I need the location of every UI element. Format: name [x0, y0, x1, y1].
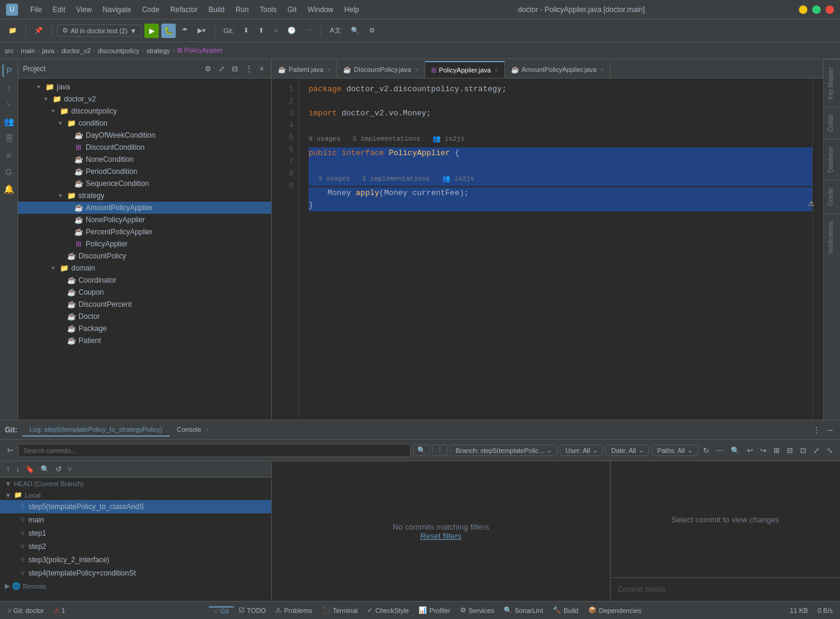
git-undo-btn[interactable]: ↩	[745, 445, 755, 456]
tree-Patient[interactable]: ☕ Patient	[18, 335, 271, 347]
tree-DiscountPercent[interactable]: ☕ DiscountPercent	[18, 298, 271, 310]
problems-tool-tab[interactable]: ⚠ Problems	[271, 606, 316, 615]
panel-collapse-btn[interactable]: ⊟	[229, 63, 240, 74]
error-status[interactable]: ⚠ 1	[51, 606, 68, 614]
tree-PeriodCondition[interactable]: ☕ PeriodCondition	[18, 165, 271, 178]
user-selector[interactable]: User: All ⌄	[560, 444, 603, 456]
git-tool-tab[interactable]: ⑂ Git	[209, 606, 234, 615]
tree-Doctor[interactable]: ☕ Doctor	[18, 310, 271, 322]
git-refresh-btn[interactable]: ↻	[701, 445, 711, 456]
git-remote-section[interactable]: ▶ 🌐 Remote	[0, 580, 271, 591]
menu-git[interactable]: Git	[283, 4, 301, 15]
git-branch-step4[interactable]: ⑂ step4(templatePolicy+conditionSt	[0, 566, 271, 580]
checkstyle-tool-tab[interactable]: ✓ CheckStyle	[362, 606, 414, 615]
git-branch-step5[interactable]: ⑂ step5(templatePolicy_to_classAndS	[0, 500, 271, 513]
git-branch-step1[interactable]: ⑂ step1	[0, 527, 271, 540]
git-push-btn[interactable]: ⬆	[255, 25, 268, 36]
git-search2-btn[interactable]: 🔍	[728, 445, 742, 456]
pull-requests-icon[interactable]: ⑂	[2, 98, 16, 111]
run-config-selector[interactable]: ⚙ All in doctor.test (2) ▼	[57, 24, 142, 37]
git-filter-btn[interactable]: ⊟	[784, 445, 795, 456]
profiler-tool-tab[interactable]: 📊 Profiler	[414, 606, 455, 615]
tree-domain[interactable]: ▼ 📁 domain	[18, 262, 271, 274]
panel-settings-btn[interactable]: ⚙	[202, 63, 214, 74]
database-icon[interactable]: 🗄	[2, 132, 16, 145]
build-tool-tab[interactable]: 🔨 Build	[548, 606, 583, 615]
git-redo-btn[interactable]: ↪	[758, 445, 769, 456]
minimize-button[interactable]	[799, 5, 807, 14]
tree-NoneCondition[interactable]: ☕ NoneCondition	[18, 153, 271, 165]
git-refresh2[interactable]: ↺	[53, 464, 64, 475]
tree-java[interactable]: ▼ 📁 java	[18, 81, 271, 93]
console-tab[interactable]: Console ×	[170, 423, 216, 437]
more-run-btn[interactable]: ▶▾	[194, 25, 210, 36]
branch-selector[interactable]: Branch: step5(templatePolic... ⌄	[450, 444, 557, 456]
breadcrumb-strategy[interactable]: strategy	[146, 47, 170, 54]
git-more-options-btn[interactable]: ⋯	[714, 445, 726, 456]
network-status[interactable]: 0 B/s	[815, 607, 835, 614]
code-content[interactable]: package doctor_v2.discountpolicy.strateg…	[299, 79, 812, 420]
tab-discountpolicy-java[interactable]: ☕ DiscountPolicy.java ×	[337, 61, 425, 78]
pin-toolbar-btn[interactable]: 📌	[31, 25, 46, 36]
bottom-more-btn[interactable]: ⋮	[810, 425, 822, 435]
bottom-minimize-btn[interactable]: ─	[825, 425, 835, 435]
close-button[interactable]	[826, 5, 834, 14]
tab-close-policyapplier[interactable]: ×	[495, 67, 498, 74]
menu-build[interactable]: Build	[204, 4, 229, 15]
date-selector[interactable]: Date: All ⌄	[606, 444, 649, 456]
breadcrumb-file[interactable]: ⊞ PolicyApplier	[177, 47, 223, 54]
code-editor[interactable]: 1 2 3 4 5 6 7 8 9 package doctor_v2.disc…	[272, 79, 823, 420]
menu-run[interactable]: Run	[231, 4, 254, 15]
project-icon[interactable]: P	[2, 64, 16, 77]
tree-NonePolicyApplier[interactable]: ☕ NonePolicyApplier	[18, 214, 271, 226]
services-tool-tab[interactable]: ⚙ Services	[455, 606, 499, 615]
tree-SequenceCondition[interactable]: ☕ SequenceCondition	[18, 178, 271, 190]
tree-DayOfWeekCondition[interactable]: ☕ DayOfWeekCondition	[18, 129, 271, 141]
breadcrumb-src[interactable]: src	[5, 47, 14, 54]
tree-Coordinator[interactable]: ☕ Coordinator	[18, 274, 271, 286]
git-local-section[interactable]: ▼ 📁 Local	[0, 489, 271, 500]
menu-refactor[interactable]: Refactor	[165, 4, 202, 15]
maximize-button[interactable]	[812, 5, 821, 14]
menu-navigate[interactable]: Navigate	[98, 4, 136, 15]
sonarlint-tool-tab[interactable]: 🔍 SonarLint	[499, 606, 548, 615]
go-to-start-btn[interactable]: ⊢	[5, 445, 16, 456]
git-more-btn[interactable]: ⋯	[302, 25, 316, 36]
structure-icon[interactable]: ≡	[2, 149, 16, 162]
git-bookmark[interactable]: 🔖	[23, 464, 37, 475]
menu-code[interactable]: Code	[137, 4, 164, 15]
commit-icon[interactable]: ↑	[2, 81, 16, 94]
dependencies-tool-tab[interactable]: 📦 Dependencies	[583, 606, 646, 615]
git-expand-btn[interactable]: ⤢	[811, 445, 822, 456]
paths-selector[interactable]: Paths: All ⌄	[652, 444, 698, 456]
tree-strategy[interactable]: ▼ 📁 strategy	[18, 190, 271, 202]
panel-more-btn[interactable]: ⋮	[243, 63, 255, 74]
tab-patient-java[interactable]: ☕ Patient.java ×	[272, 61, 337, 78]
debug-button[interactable]: 🐛	[161, 24, 176, 38]
menu-tools[interactable]: Tools	[255, 4, 281, 15]
menu-file[interactable]: File	[25, 4, 46, 15]
git-search3[interactable]: 🔍	[38, 464, 52, 475]
git-log-tab[interactable]: Log: step5(templatePolicy_to_strategyPol…	[22, 423, 170, 437]
breadcrumb-discountpolicy[interactable]: discountpolicy	[98, 47, 139, 54]
console-tab-close[interactable]: ×	[205, 426, 209, 433]
tab-close-amountpolicy[interactable]: ×	[600, 66, 604, 73]
project-toolbar-btn[interactable]: 📁	[5, 25, 21, 36]
tab-policyapplier-java[interactable]: ⊞ PolicyApplier.java ×	[425, 61, 505, 78]
git-layout-btn[interactable]: ⊞	[771, 445, 782, 456]
todo-tool-tab[interactable]: ☑ TODO	[234, 606, 271, 615]
tree-condition[interactable]: ▼ 📁 condition	[18, 117, 271, 129]
tree-DiscountCondition[interactable]: ⊞ DiscountCondition	[18, 141, 271, 153]
git-branch-btn[interactable]: ⑂	[270, 25, 281, 36]
coverage-button[interactable]: ☂	[178, 25, 191, 36]
collab-icon[interactable]: 👥	[2, 115, 16, 128]
translate-btn[interactable]: A文	[326, 24, 344, 37]
tree-Package[interactable]: ☕ Package	[18, 322, 271, 335]
git-nav-up[interactable]: ↑	[4, 464, 12, 475]
tab-close-discountpolicy[interactable]: ×	[415, 66, 418, 73]
gradle-icon[interactable]: G	[2, 165, 16, 179]
tree-Coupon[interactable]: ☕ Coupon	[18, 286, 271, 298]
menu-help[interactable]: Help	[339, 4, 364, 15]
reset-filters-link[interactable]: Reset filters	[420, 531, 462, 540]
git-history-btn[interactable]: 🕐	[284, 25, 300, 36]
